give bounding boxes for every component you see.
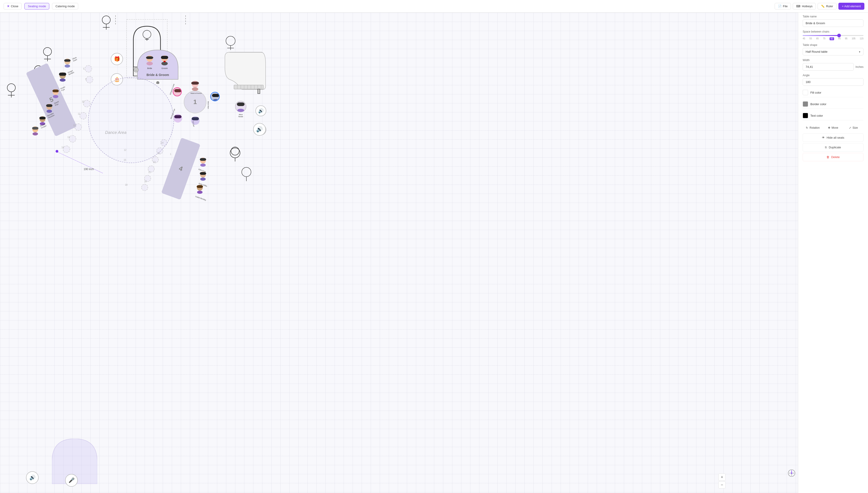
empty-seat-13 — [69, 135, 76, 143]
empty-seat-9 — [86, 76, 93, 83]
svg-rect-33 — [161, 56, 168, 59]
seat-olivia: OliviaDuke — [63, 58, 71, 69]
svg-point-0 — [102, 16, 110, 24]
svg-text:Bride & Groom: Bride & Groom — [147, 73, 169, 77]
bride-seat: Bride — [145, 55, 155, 69]
svg-point-44 — [53, 95, 58, 98]
tree-left-3 — [4, 83, 18, 99]
close-icon: ✕ — [7, 4, 9, 8]
seat-jonty: Jonty Willis — [199, 171, 208, 184]
svg-point-26 — [156, 81, 160, 84]
seating-mode-label: Seating mode — [28, 4, 46, 8]
tree-right-3 — [240, 167, 253, 182]
svg-point-34 — [161, 62, 168, 65]
topbar: ✕ Close Seating mode Catering mode 📄 Fil… — [0, 0, 329, 13]
speaker-icon-large: 🔊 — [253, 123, 266, 136]
tree-right-2 — [228, 146, 242, 162]
seat-izabel: Izabel Bentley — [196, 184, 207, 185]
seat-kitty: Kitty Frye — [199, 157, 207, 170]
dance-area-circle — [88, 77, 174, 163]
table-4-label: 4 — [178, 165, 184, 173]
seat-ronan: RonanCooper — [31, 126, 39, 136]
svg-rect-84 — [200, 172, 206, 175]
seat-num-b3: 12 — [124, 149, 126, 151]
svg-point-38 — [65, 64, 70, 68]
seat-num-9: 9 — [85, 78, 87, 81]
svg-point-41 — [60, 79, 66, 82]
table-4[interactable]: 4 — [161, 137, 200, 185]
catering-mode-button[interactable]: Catering mode — [52, 3, 78, 9]
seat-num-14-right: 14 — [161, 142, 163, 144]
svg-rect-81 — [200, 158, 206, 161]
svg-point-85 — [200, 177, 206, 181]
svg-point-15 — [231, 147, 239, 155]
svg-rect-69 — [234, 85, 263, 89]
svg-point-47 — [47, 110, 52, 113]
seat-num-11-right: 11 — [148, 171, 151, 173]
seat-johanna — [173, 87, 182, 97]
svg-rect-37 — [64, 59, 70, 62]
main-canvas[interactable]: Bride & Groom ← Bride Groom — [0, 13, 329, 185]
seat-num-10-right: 10 — [144, 180, 147, 183]
measure-text: 190 inch — [84, 168, 94, 171]
stage-marker — [115, 15, 116, 24]
seat-num-5: 5 — [83, 68, 85, 70]
seat-num-12-right: 12 — [153, 161, 156, 163]
svg-point-3 — [43, 47, 51, 56]
empty-seat-5 — [85, 65, 92, 72]
svg-rect-65 — [192, 117, 199, 120]
svg-rect-43 — [52, 89, 59, 92]
gift-icon-circle: 🎁 — [111, 53, 123, 65]
piano — [223, 50, 268, 96]
seat-num-13-right: 13 — [157, 152, 160, 154]
tree-right-1 — [224, 35, 237, 51]
svg-point-18 — [242, 167, 251, 177]
tree-top-center — [99, 15, 113, 31]
svg-point-22 — [143, 30, 151, 39]
seat-num-14-left: 14 — [62, 146, 64, 149]
svg-rect-63 — [174, 115, 181, 118]
svg-point-31 — [147, 62, 153, 65]
svg-rect-55 — [191, 82, 199, 85]
svg-rect-79 — [258, 89, 260, 94]
table-1-label: 1 — [193, 99, 197, 106]
seat-best-man — [210, 92, 220, 101]
stage-marker-2 — [185, 15, 186, 24]
svg-rect-35 — [164, 61, 165, 62]
measure-line — [58, 152, 103, 173]
seat-num-11: 11 — [78, 113, 80, 115]
close-label: Close — [11, 4, 18, 8]
svg-point-56 — [192, 87, 198, 91]
empty-seat-4-6 — [141, 184, 148, 185]
seat-best-man-label: Best Man — [207, 101, 209, 109]
close-button[interactable]: ✕ Close — [4, 3, 22, 9]
seat-michelle — [174, 114, 182, 124]
svg-rect-61 — [174, 89, 181, 92]
seat-num-12: 12 — [73, 124, 76, 127]
empty-seat-11 — [80, 112, 87, 120]
seat-num-b2: 15 — [124, 159, 126, 161]
svg-rect-52 — [32, 127, 39, 130]
groom-seat: Groom — [160, 55, 170, 69]
seat-num-b1: 18 — [125, 184, 128, 185]
svg-rect-30 — [146, 56, 153, 59]
svg-rect-58 — [212, 94, 219, 97]
svg-point-53 — [32, 132, 38, 135]
measure-label: 190 inch — [84, 168, 94, 171]
seating-mode-button[interactable]: Seating mode — [24, 3, 49, 9]
svg-rect-49 — [39, 117, 46, 120]
seat-num-r1: 1 — [170, 153, 171, 155]
svg-rect-40 — [59, 72, 66, 76]
seat-maid-of-honor: Maid-of-honor — [191, 80, 202, 94]
seat-num-13: 13 — [67, 136, 70, 138]
svg-rect-46 — [46, 104, 52, 107]
seat-gregor: GregorBenitez — [58, 71, 67, 83]
seat-darrel: DarrelFrye — [45, 103, 53, 114]
svg-rect-67 — [237, 103, 245, 106]
catering-mode-label: Catering mode — [55, 4, 74, 8]
speaker-icon: 🔊 — [255, 105, 266, 116]
svg-point-9 — [7, 84, 15, 92]
svg-point-68 — [237, 109, 244, 112]
tree-left-1 — [41, 47, 54, 62]
alice-neale-area: AliceNeale — [235, 101, 246, 117]
